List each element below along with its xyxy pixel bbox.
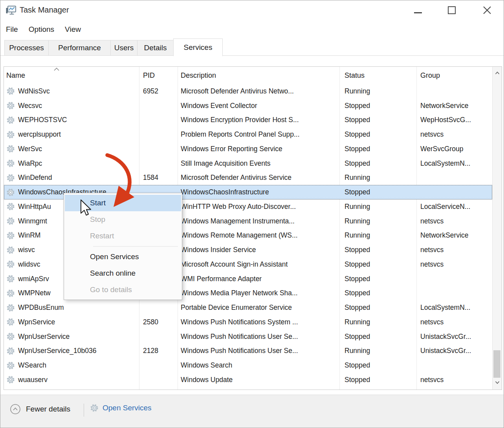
service-group: LocalSystemN... xyxy=(416,159,492,168)
service-group: UnistackSvcGr... xyxy=(416,333,492,341)
service-group: netsvcs xyxy=(416,217,492,225)
context-menu-item-restart: Restart xyxy=(64,228,182,244)
service-pid: 2128 xyxy=(139,347,178,355)
service-name: WerSvc xyxy=(18,145,42,153)
close-button[interactable] xyxy=(478,3,496,18)
context-menu-item-open-services[interactable]: Open Services xyxy=(64,249,182,265)
service-group: netsvcs xyxy=(416,246,492,254)
service-group: NetworkService xyxy=(416,231,492,240)
service-gear-icon xyxy=(6,87,15,95)
service-name: WinHttpAu xyxy=(18,203,51,211)
scroll-up-button[interactable] xyxy=(493,68,502,79)
column-header-name[interactable]: Name xyxy=(6,71,25,80)
open-services-label: Open Services xyxy=(103,404,152,412)
column-header-status[interactable]: Status xyxy=(345,71,365,80)
service-gear-icon xyxy=(6,246,15,254)
titlebar: Task Manager xyxy=(0,0,504,21)
maximize-button[interactable] xyxy=(443,3,461,18)
service-gear-icon xyxy=(6,188,15,197)
service-status: Stopped xyxy=(339,116,416,124)
context-menu-item-search-online[interactable]: Search online xyxy=(64,265,182,282)
column-header-group[interactable]: Group xyxy=(420,71,440,80)
service-group: LocalSystemN... xyxy=(416,304,492,312)
tabstrip: Processes Performance Users Details Serv… xyxy=(0,38,504,56)
tab-details[interactable]: Details xyxy=(137,40,174,56)
service-group: WerSvcGroup xyxy=(416,145,492,153)
service-gear-icon xyxy=(6,130,15,139)
fewer-details-button[interactable]: Fewer details xyxy=(10,404,70,415)
service-name: WPDBusEnum xyxy=(18,304,64,312)
service-gear-icon xyxy=(6,375,15,384)
table-row[interactable]: Wecsvc Windows Event Collector Stopped N… xyxy=(4,99,492,113)
service-pid: 6952 xyxy=(139,87,178,95)
menu-view[interactable]: View xyxy=(65,25,81,34)
service-name: WpnUserService xyxy=(18,333,70,341)
service-name: WSearch xyxy=(18,361,46,369)
fewer-details-label: Fewer details xyxy=(26,405,70,413)
service-name: WpnService xyxy=(18,318,55,326)
service-name: WdNisSvc xyxy=(18,87,50,95)
table-row[interactable]: WpnUserService Windows Push Notification… xyxy=(4,329,492,344)
service-description: Windows Push Notifications System ... xyxy=(178,318,339,326)
context-menu-item-start[interactable]: Start xyxy=(65,195,181,211)
service-gear-icon xyxy=(6,159,15,168)
task-manager-app-icon xyxy=(5,5,16,16)
service-status: Stopped xyxy=(339,130,416,139)
service-status: Stopped xyxy=(339,246,416,254)
service-name: WinDefend xyxy=(18,174,52,182)
table-row[interactable]: WSearch Windows Search Stopped xyxy=(4,358,492,373)
footer-bar: Fewer details Open Services xyxy=(0,395,504,428)
table-row[interactable]: WEPHOSTSVC Windows Encryption Provider H… xyxy=(4,113,492,128)
table-row[interactable]: wercplsupport Problem Reports Control Pa… xyxy=(4,127,492,142)
menu-file[interactable]: File xyxy=(6,25,18,34)
service-gear-icon xyxy=(6,101,15,110)
service-status: Running xyxy=(339,217,416,225)
service-description: Microsoft Account Sign-in Assistant xyxy=(178,260,339,269)
tab-processes[interactable]: Processes xyxy=(4,40,49,56)
collapse-circle-icon xyxy=(10,404,21,415)
table-row[interactable]: WerSvc Windows Error Reporting Service S… xyxy=(4,142,492,156)
tab-performance[interactable]: Performance xyxy=(48,40,111,56)
scrollbar-thumb[interactable] xyxy=(493,350,500,378)
tab-users[interactable]: Users xyxy=(110,40,137,56)
service-status: Running xyxy=(339,318,416,326)
table-row[interactable]: WiaRpc Still Image Acquisition Events St… xyxy=(4,156,492,171)
table-row[interactable]: WpnService 2580 Windows Push Notificatio… xyxy=(4,315,492,329)
context-menu-item-go-to-details: Go to details xyxy=(64,282,182,298)
menubar: File Options View xyxy=(0,22,81,37)
table-row[interactable]: WdNisSvc 6952 Microsoft Defender Antivir… xyxy=(4,84,492,99)
table-row[interactable]: wuauserv Windows Update Stopped netsvcs xyxy=(4,373,492,387)
service-group: netsvcs xyxy=(416,318,492,326)
service-group: netsvcs xyxy=(416,376,492,384)
service-name: WiaRpc xyxy=(18,159,42,168)
open-services-link[interactable]: Open Services xyxy=(90,404,152,412)
service-description: Problem Reports Control Panel Supp... xyxy=(178,130,339,139)
service-status: Stopped xyxy=(339,159,416,168)
tab-services[interactable]: Services xyxy=(173,38,223,56)
minimize-button[interactable] xyxy=(409,3,427,18)
service-status: Stopped xyxy=(339,304,416,312)
service-group: WepHostSvcG... xyxy=(416,116,492,124)
vertical-scrollbar[interactable] xyxy=(492,67,502,390)
service-description: Windows Media Player Network Sha... xyxy=(178,289,339,297)
table-row[interactable]: WPDBusEnum Portable Device Enumerator Se… xyxy=(4,300,492,315)
services-gear-icon xyxy=(90,404,99,412)
service-pid: 1584 xyxy=(139,174,178,182)
column-header-pid[interactable]: PID xyxy=(143,71,155,80)
service-name: wuauserv xyxy=(18,376,48,384)
task-manager-window: Task Manager File Options View Processes… xyxy=(0,0,504,428)
service-group: netsvcs xyxy=(416,260,492,269)
table-row[interactable]: WinDefend 1584 Microsoft Defender Antivi… xyxy=(4,171,492,185)
service-group: LocalServiceN... xyxy=(416,203,492,211)
context-menu-item-stop: Stop xyxy=(64,211,182,228)
service-gear-icon xyxy=(6,174,15,182)
scroll-down-button[interactable] xyxy=(493,377,502,388)
table-row[interactable]: WpnUserService_10b036 2128 Windows Push … xyxy=(4,344,492,358)
service-name: wisvc xyxy=(18,246,35,254)
column-header-description[interactable]: Description xyxy=(181,71,216,80)
service-description: Windows Management Instrumenta... xyxy=(178,217,339,225)
service-status: Stopped xyxy=(339,188,416,196)
service-gear-icon xyxy=(6,347,15,355)
menu-options[interactable]: Options xyxy=(29,25,54,34)
service-group: UnistackSvcGr... xyxy=(416,347,492,355)
